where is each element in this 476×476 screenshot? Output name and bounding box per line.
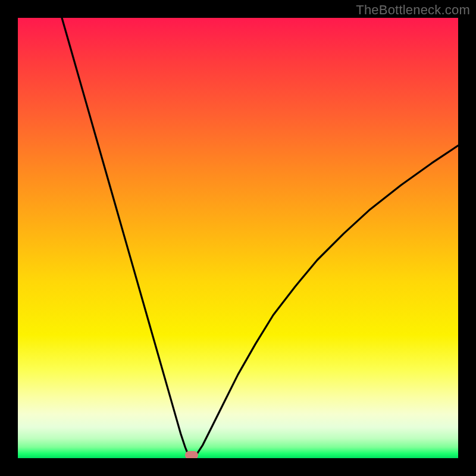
chart-frame: TheBottleneck.com — [0, 0, 476, 476]
bottleneck-curve — [18, 18, 458, 458]
optimal-point-marker — [185, 451, 198, 458]
attribution-watermark: TheBottleneck.com — [356, 2, 470, 18]
plot-area — [18, 18, 458, 458]
